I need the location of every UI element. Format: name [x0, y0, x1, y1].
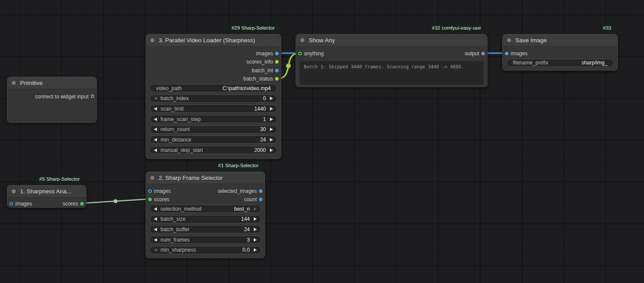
node-badge: #33	[600, 24, 615, 33]
widget-batch-buffer[interactable]: batch_buffer 24	[150, 225, 261, 233]
decrement-arrow-icon[interactable]	[154, 228, 157, 231]
output-slot-dot[interactable]	[275, 69, 279, 72]
decrement-arrow-icon[interactable]	[154, 238, 157, 242]
widget-filename-prefix[interactable]: filename_prefix sharp/img_	[506, 59, 614, 67]
widget-value: 0	[263, 95, 266, 101]
increment-arrow-icon[interactable]	[270, 148, 273, 152]
widget-manual-skip-start[interactable]: manual_skip_start 2000	[150, 146, 277, 154]
output-slot-dot[interactable]	[275, 77, 279, 81]
node-header[interactable]: 2. Sharp Frame Selector	[146, 172, 265, 184]
widget-value: 1	[263, 116, 266, 122]
node-header[interactable]: Show Any	[296, 34, 487, 47]
decrement-arrow-icon[interactable]	[154, 148, 157, 152]
node-badge: #29 Sharp-Selector	[228, 24, 278, 33]
widget-min-distance[interactable]: min_distance 24	[150, 135, 277, 144]
widget-value: 1440	[254, 106, 266, 112]
output-slot-dot[interactable]	[80, 202, 84, 206]
link-midpoint-dot[interactable]	[286, 64, 291, 68]
widget-selection-method[interactable]: selection_method best_n	[150, 205, 261, 213]
output-slot-row: batch_status	[146, 75, 281, 84]
node-parallel-video-loader[interactable]: #29 Sharp-Selector 3. Parallel Video Loa…	[146, 34, 281, 159]
widget-scan-limit[interactable]: scan_limit 1440	[150, 104, 277, 113]
widget-name: batch_size	[160, 216, 241, 222]
input-slot-dot[interactable]	[148, 198, 152, 201]
widget-name: num_frames	[160, 237, 247, 243]
decrement-arrow-icon[interactable]	[154, 128, 157, 131]
collapse-dot-icon[interactable]	[300, 38, 304, 42]
io-slot-row: scores count	[146, 195, 265, 204]
collapse-dot-icon[interactable]	[150, 38, 154, 42]
node-badge: #5 Sharp-Selector	[36, 175, 83, 184]
output-slot-dot[interactable]	[481, 52, 485, 55]
widget-name: scan_limit	[160, 106, 254, 112]
widget-batch-size[interactable]: batch_size 144	[150, 215, 261, 223]
increment-arrow-icon[interactable]	[270, 107, 273, 111]
increment-arrow-icon[interactable]	[270, 128, 273, 131]
node-graph-canvas[interactable]: Primitive connect to widget input #29 Sh…	[0, 0, 644, 283]
decrement-arrow-icon[interactable]	[154, 118, 157, 121]
output-slot-dot[interactable]	[275, 60, 279, 64]
output-slot-row: scores_info	[146, 58, 281, 67]
output-slot-dot[interactable]	[275, 52, 279, 55]
widget-batch-index[interactable]: batch_index 0	[150, 94, 277, 103]
collapse-dot-icon[interactable]	[150, 176, 154, 180]
increment-arrow-icon[interactable]	[270, 118, 273, 121]
increment-arrow-icon[interactable]	[270, 138, 273, 142]
io-slot-row: anything output	[296, 49, 487, 58]
node-header[interactable]: Save Image	[503, 34, 617, 47]
link-midpoint-dot[interactable]	[114, 199, 118, 203]
slot-label: selected_images	[218, 188, 265, 194]
collapse-dot-icon[interactable]	[507, 38, 511, 42]
output-slot-dot[interactable]	[259, 198, 262, 201]
increment-arrow-icon[interactable]	[254, 228, 257, 231]
node-header[interactable]: 1. Sharpness Ana...	[7, 185, 86, 198]
collapse-dot-icon[interactable]	[12, 189, 16, 193]
decrement-arrow-icon[interactable]	[154, 217, 157, 221]
node-save-image[interactable]: #33 Save Image images filename_prefix sh…	[502, 34, 618, 71]
increment-arrow-icon[interactable]	[254, 248, 257, 252]
decrement-arrow-icon[interactable]	[154, 107, 157, 111]
node-title: Save Image	[515, 37, 547, 44]
log-text-area[interactable]: Batch 1: Skipped 3440 frames. Scanning r…	[300, 61, 484, 84]
node-header[interactable]: 3. Parallel Video Loader (Sharpness)	[146, 34, 281, 47]
node-badge: #1 Sharp-Selector	[215, 162, 262, 170]
node-title: 1. Sharpness Ana...	[20, 188, 72, 195]
node-badge: #32 comfyui-easy-use	[429, 24, 485, 33]
increment-arrow-icon[interactable]	[254, 207, 257, 211]
decrement-arrow-icon[interactable]	[154, 138, 157, 142]
node-sharpness-analyzer[interactable]: #5 Sharp-Selector 1. Sharpness Ana... im…	[7, 185, 86, 208]
widget-name: batch_index	[160, 95, 263, 101]
widget-min-sharpness[interactable]: min_sharpness 0.0	[150, 246, 261, 254]
widget-return-count[interactable]: return_count 30	[150, 125, 277, 134]
output-slot-row: batch_int	[146, 66, 281, 75]
output-slot-dot[interactable]	[91, 94, 94, 98]
node-title: 3. Parallel Video Loader (Sharpness)	[159, 37, 255, 44]
decrement-arrow-icon[interactable]	[154, 248, 157, 252]
widget-num-frames[interactable]: num_frames 3	[150, 236, 261, 244]
increment-arrow-icon[interactable]	[254, 217, 257, 221]
input-slot-dot[interactable]	[505, 52, 508, 55]
input-slot-dot[interactable]	[148, 189, 152, 193]
input-slot-row: images	[503, 49, 617, 58]
node-title: 2. Sharp Frame Selector	[159, 175, 223, 181]
widget-frame-scan-step[interactable]: frame_scan_step 1	[150, 115, 277, 123]
node-title: Primitive	[20, 80, 43, 86]
node-header[interactable]: Primitive	[7, 77, 96, 89]
increment-arrow-icon[interactable]	[270, 97, 273, 100]
output-slot-dot[interactable]	[259, 189, 262, 193]
widget-video-path[interactable]: video_path C:\path\to\video.mp4	[150, 84, 277, 92]
input-slot-dot[interactable]	[10, 202, 13, 206]
collapse-dot-icon[interactable]	[12, 81, 16, 85]
output-slot-row: images	[146, 49, 281, 58]
io-slot-row: images scores	[7, 199, 86, 208]
node-primitive[interactable]: Primitive connect to widget input	[7, 77, 97, 123]
decrement-arrow-icon[interactable]	[154, 97, 157, 100]
slot-label: connect to widget input	[35, 94, 96, 100]
increment-arrow-icon[interactable]	[254, 238, 257, 242]
widget-value: 0.0	[242, 247, 250, 253]
widget-value: 24	[260, 137, 266, 143]
node-sharp-frame-selector[interactable]: #1 Sharp-Selector 2. Sharp Frame Selecto…	[146, 172, 265, 258]
decrement-arrow-icon[interactable]	[154, 207, 157, 211]
input-slot-dot[interactable]	[298, 52, 302, 55]
node-show-any[interactable]: #32 comfyui-easy-use Show Any anything o…	[296, 34, 487, 87]
